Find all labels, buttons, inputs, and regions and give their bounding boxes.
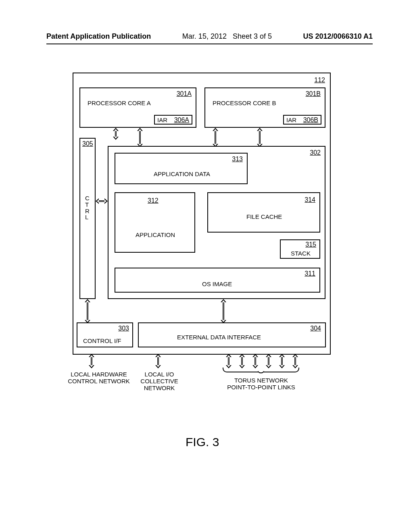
label-extdata: EXTERNAL DATA INTERFACE [177,334,261,341]
processor-core-a: PROCESSOR CORE A 301A IAR 306A [79,87,196,128]
label-filecache: FILE CACHE [246,213,282,220]
ctrl-block: 305 CTRL [79,138,96,299]
arrow-out-torus-1 [226,354,232,368]
header-rule [46,44,373,44]
label-localio: LOCAL I/O COLLECTIVE NETWORK [135,371,184,391]
arrow-out-torus-5 [279,354,285,368]
arrow-out-localio [155,354,161,368]
iar-a: IAR 306A [154,115,192,125]
ref-extdata: 304 [310,325,321,332]
arrow-out-torus-3 [252,354,258,368]
arrow-ctrl-mem [96,198,108,204]
ref-core-a: 301A [177,90,192,98]
header-date-sheet: Mar. 15, 2012 Sheet 3 of 5 [182,32,272,41]
memory-block: 302 313 APPLICATION DATA 312 APPLICATION… [108,146,325,299]
label-torus: TORUS NETWORK POINT-TO-POINT LINKS [218,377,305,391]
arrow-out-torus-2 [239,354,245,368]
filecache-block: 314 FILE CACHE [207,192,320,233]
arrow-coreB-mem2 [257,128,263,147]
arrow-out-localhw [89,354,94,368]
arrow-coreA-ctrl [113,128,119,140]
ref-app: 312 [148,197,159,204]
page-header: Patent Application Publication Mar. 15, … [46,32,373,41]
label-core-a: PROCESSOR CORE A [88,100,151,106]
label-appdata: APPLICATION DATA [154,170,210,177]
ref-osimage: 311 [305,270,315,277]
appdata-block: 313 APPLICATION DATA [115,153,248,184]
application-block: 312 APPLICATION [115,192,195,253]
ref-ctrl: 305 [82,140,93,148]
ctrlif-block: 303 CONTROL I/F [77,322,133,347]
header-publication: Patent Application Publication [46,32,151,41]
label-stack: STACK [291,250,311,257]
ref-iar-b: 306B [303,116,318,124]
ref-appdata: 313 [232,156,243,163]
label-app: APPLICATION [136,231,175,238]
figure-container: 112 PROCESSOR CORE A 301A IAR 306A PROCE… [73,73,331,423]
extdata-block: 304 EXTERNAL DATA INTERFACE [138,322,326,347]
ref-iar-a: 306A [174,116,189,124]
ref-core-b: 301B [306,90,321,98]
processor-core-b: PROCESSOR CORE B 301B IAR 306B [204,87,325,128]
arrow-out-torus-6 [292,354,298,368]
arrow-out-torus-4 [266,354,271,368]
arrow-ctrl-ctrlif [85,299,90,323]
label-iar-a: IAR [157,116,167,123]
main-outer-box: 112 PROCESSOR CORE A 301A IAR 306A PROCE… [73,73,331,355]
torus-bracket [223,368,299,372]
arrow-mem-extdata [221,299,226,323]
ref-filecache: 314 [305,196,315,204]
ref-ctrlif: 303 [118,325,129,332]
label-ctrl: CTRL [85,195,90,220]
figure-caption: FIG. 3 [186,435,219,449]
label-core-b: PROCESSOR CORE B [213,100,276,106]
arrow-coreA-mem [137,128,143,147]
arrow-coreB-mem1 [213,128,218,147]
osimage-block: 311 OS IMAGE [115,268,320,293]
ref-stack: 315 [305,241,316,248]
header-pubno: US 2012/0066310 A1 [303,32,373,41]
label-ctrlif: CONTROL I/F [83,337,121,344]
ref-mem: 302 [310,149,321,156]
stack-block: 315 STACK [280,239,320,259]
label-osimage: OS IMAGE [202,281,232,287]
label-localhw: LOCAL HARDWARE CONTROL NETWORK [60,371,137,384]
label-iar-b: IAR [286,116,296,123]
iar-b: IAR 306B [283,115,321,125]
ref-main: 112 [314,77,325,84]
